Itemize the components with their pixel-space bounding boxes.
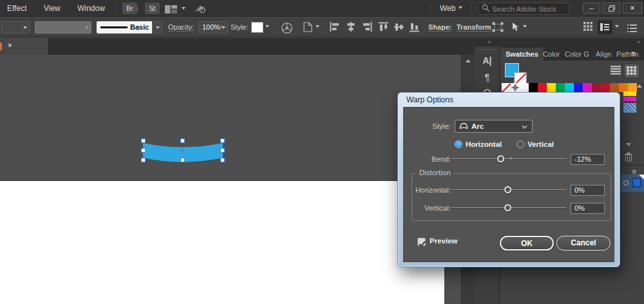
- graphic-style-swatch[interactable]: [251, 22, 263, 33]
- close-button[interactable]: ×: [623, 3, 642, 14]
- tab-color[interactable]: Color: [543, 48, 560, 61]
- swatch[interactable]: [520, 83, 529, 92]
- collapse-panels-icon[interactable]: «: [488, 38, 491, 46]
- selection-handle[interactable]: [220, 138, 225, 143]
- gpu-performance-icon[interactable]: [193, 3, 206, 17]
- canvas-area[interactable]: [0, 55, 461, 304]
- menu-view[interactable]: View: [37, 0, 68, 13]
- transform-label[interactable]: Transform: [457, 23, 491, 31]
- scroll-up-arrow-icon[interactable]: [466, 59, 471, 62]
- recolor-artwork-icon[interactable]: [281, 22, 293, 37]
- artboard[interactable]: [0, 181, 444, 304]
- swatch[interactable]: [628, 83, 637, 92]
- chevron-down-icon[interactable]: [459, 6, 462, 9]
- layer-row-partial[interactable]: [621, 175, 644, 192]
- select-similar-icon[interactable]: [511, 22, 520, 35]
- selection-handle[interactable]: [220, 148, 225, 153]
- align-right-icon[interactable]: [362, 22, 372, 34]
- distortion-horizontal-handle[interactable]: [504, 186, 511, 193]
- bridge-button[interactable]: Br: [122, 3, 137, 14]
- selection-handle[interactable]: [180, 158, 185, 162]
- distortion-vertical-slider[interactable]: [451, 202, 566, 213]
- character-panel-icon[interactable]: A|: [475, 55, 500, 66]
- grip-handle[interactable]: [480, 49, 495, 50]
- tab-align[interactable]: Align: [596, 48, 611, 61]
- selection-handle[interactable]: [141, 158, 146, 162]
- swatch[interactable]: [538, 83, 547, 92]
- distortion-vertical-handle[interactable]: [504, 204, 511, 211]
- swatch-partial[interactable]: [623, 97, 636, 101]
- swatch[interactable]: [592, 83, 601, 92]
- workspace-select[interactable]: Web: [440, 4, 455, 13]
- chevron-down-icon[interactable]: [523, 25, 527, 28]
- swatch-scroll-up-icon[interactable]: [637, 84, 642, 88]
- brush-select-button[interactable]: [152, 21, 162, 33]
- swatch[interactable]: [547, 83, 556, 92]
- preview-checkbox-label[interactable]: Preview: [430, 237, 457, 245]
- horizontal-radio-label[interactable]: Horizontal: [466, 140, 502, 148]
- panel-menu-icon[interactable]: ≡: [631, 49, 636, 59]
- align-center-icon[interactable]: [346, 22, 356, 34]
- menu-list-icon[interactable]: [627, 23, 637, 35]
- swatch[interactable]: [619, 83, 628, 92]
- shape-label[interactable]: Shape:: [428, 23, 452, 31]
- chevron-down-icon[interactable]: [615, 25, 619, 28]
- bend-slider-handle[interactable]: [497, 155, 504, 162]
- tab-color-guide[interactable]: Color G: [565, 48, 589, 61]
- ok-button[interactable]: OK: [500, 236, 554, 251]
- document-tab[interactable]: ×: [0, 38, 49, 55]
- bounding-box-icon[interactable]: [492, 22, 504, 35]
- list-view-icon[interactable]: [611, 66, 621, 77]
- adobe-stock-search-input[interactable]: Search Adobe Stock: [478, 3, 569, 15]
- grid-view-button[interactable]: [625, 64, 639, 77]
- distortion-horizontal-slider[interactable]: [451, 184, 566, 195]
- selection-handle[interactable]: [220, 158, 225, 162]
- paragraph-panel-icon[interactable]: ¶: [475, 72, 500, 82]
- pattern-swatch-partial[interactable]: [623, 103, 636, 113]
- chevron-right-icon[interactable]: ›: [220, 23, 222, 30]
- selection-handle[interactable]: [180, 138, 185, 143]
- horizontal-radio[interactable]: [455, 140, 462, 148]
- minimize-button[interactable]: –: [583, 3, 600, 14]
- delete-swatch-icon[interactable]: [624, 152, 633, 164]
- restore-button[interactable]: [603, 3, 620, 14]
- align-left-icon[interactable]: [330, 22, 340, 34]
- swatch[interactable]: [610, 83, 619, 92]
- distortion-vertical-input[interactable]: 0%: [571, 203, 605, 214]
- chevron-down-icon[interactable]: [182, 7, 185, 10]
- cancel-button[interactable]: Cancel: [556, 236, 611, 251]
- vertical-radio-label[interactable]: Vertical: [527, 140, 554, 148]
- panel-dock-toggle-button[interactable]: [598, 20, 612, 35]
- chevron-down-icon[interactable]: [265, 25, 269, 28]
- align-bottom-icon[interactable]: [410, 22, 419, 35]
- selection-center-point[interactable]: [180, 149, 184, 152]
- opacity-input[interactable]: 100%: [198, 21, 228, 33]
- align-top-icon[interactable]: [379, 22, 388, 35]
- tab-swatches[interactable]: Swatches: [500, 48, 544, 61]
- layer-target-icon[interactable]: [623, 180, 629, 185]
- swatch[interactable]: [583, 83, 592, 92]
- swatch-scroll-down-icon[interactable]: [626, 143, 631, 146]
- close-tab-icon[interactable]: ×: [8, 41, 12, 49]
- align-middle-icon[interactable]: [394, 22, 404, 35]
- swatch[interactable]: [601, 83, 610, 92]
- menu-effect[interactable]: Effect: [0, 0, 33, 13]
- swatch[interactable]: [502, 83, 511, 92]
- grid-view-icon[interactable]: [583, 22, 592, 33]
- chevron-down-icon[interactable]: [316, 25, 319, 28]
- distortion-horizontal-input[interactable]: 0%: [571, 185, 605, 196]
- bend-value-input[interactable]: -12%: [571, 154, 605, 165]
- selection-handle[interactable]: [141, 138, 146, 143]
- vertical-radio[interactable]: [516, 140, 524, 148]
- swatch[interactable]: [574, 83, 583, 92]
- variable-width-select[interactable]: [35, 21, 91, 33]
- swatch[interactable]: [529, 83, 538, 92]
- selection-handle[interactable]: [141, 148, 146, 153]
- bend-slider[interactable]: +: [451, 153, 566, 164]
- warped-shape[interactable]: [142, 142, 223, 167]
- workspace-switcher-icon[interactable]: [165, 5, 177, 16]
- opacity-label[interactable]: Opacity:: [168, 23, 194, 31]
- stroke-weight-select[interactable]: [1, 21, 30, 33]
- swatch-partial[interactable]: [623, 91, 636, 96]
- swatch[interactable]: [511, 83, 520, 92]
